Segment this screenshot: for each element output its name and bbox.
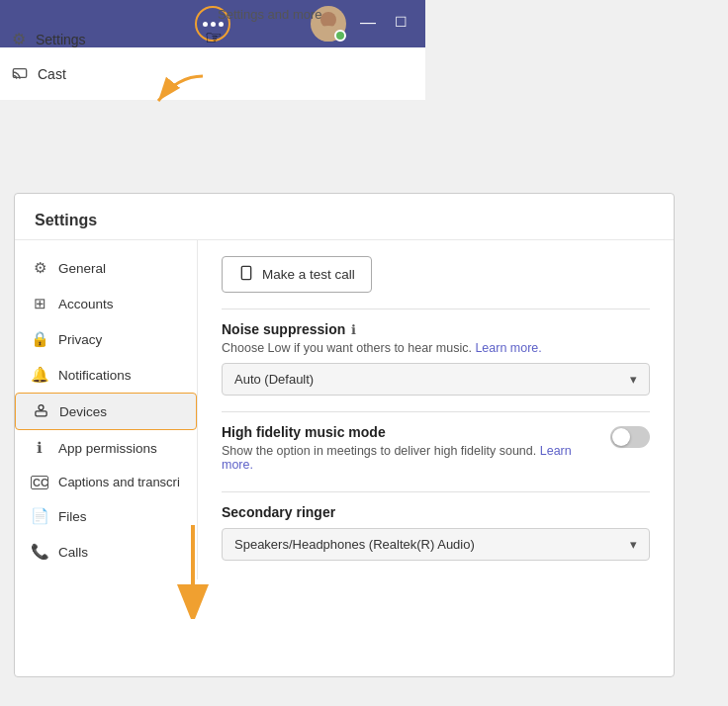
sidebar-item-devices[interactable]: Devices <box>15 393 197 430</box>
cast-icon <box>12 64 28 84</box>
noise-suppression-value: Auto (Default) <box>234 372 314 387</box>
svg-point-4 <box>39 405 44 410</box>
sidebar-item-captions[interactable]: CC Captions and transcri… <box>15 466 197 498</box>
settings-panel-title: Settings <box>15 194 674 240</box>
noise-suppression-desc: Choose Low if you want others to hear mu… <box>222 341 650 355</box>
app-permissions-icon: ℹ <box>31 439 48 457</box>
svg-rect-5 <box>35 411 46 416</box>
secondary-ringer-value: Speakers/Headphones (Realtek(R) Audio) <box>234 537 475 552</box>
calls-icon: 📞 <box>31 543 48 561</box>
toggle-knob <box>612 428 630 446</box>
accounts-icon: ⊞ <box>31 295 48 312</box>
phone-test-icon <box>238 265 254 284</box>
sidebar-notifications-label: Notifications <box>58 368 132 383</box>
sidebar-item-general[interactable]: ⚙ General <box>15 250 197 286</box>
sidebar-files-label: Files <box>58 509 87 524</box>
captions-icon: CC <box>31 476 48 489</box>
sidebar-item-app-permissions[interactable]: ℹ App permissions <box>15 430 197 466</box>
files-icon: 📄 <box>31 507 48 525</box>
settings-panel: Settings ⚙ General ⊞ Accounts 🔒 Privacy … <box>14 193 675 677</box>
secondary-ringer-section: Secondary ringer Speakers/Headphones (Re… <box>222 504 650 561</box>
sidebar-app-permissions-label: App permissions <box>58 441 157 456</box>
content-area: Make a test call Noise suppression ℹ Cho… <box>198 240 674 579</box>
devices-icon <box>32 402 49 420</box>
sidebar-item-privacy[interactable]: 🔒 Privacy <box>15 321 197 357</box>
high-fidelity-section: High fidelity music mode Show the option… <box>222 424 650 480</box>
secondary-ringer-title: Secondary ringer <box>222 504 650 520</box>
general-icon: ⚙ <box>31 259 48 277</box>
svg-rect-6 <box>241 266 250 279</box>
settings-menu-label: Settings <box>36 32 86 47</box>
divider-1 <box>222 309 650 309</box>
notifications-icon: 🔔 <box>31 366 48 384</box>
high-fidelity-desc: Show the option in meetings to deliver h… <box>222 444 594 472</box>
divider-3 <box>222 491 650 492</box>
high-fidelity-toggle[interactable] <box>610 426 650 448</box>
secondary-ringer-chevron-icon: ▾ <box>630 537 637 552</box>
cast-menu-label: Cast <box>38 66 66 82</box>
settings-and-more-title: Settings and more <box>218 7 425 22</box>
privacy-icon: 🔒 <box>31 330 48 348</box>
sidebar-item-notifications[interactable]: 🔔 Notifications <box>15 357 197 393</box>
arrow-annotation <box>148 71 208 115</box>
sidebar-privacy-label: Privacy <box>58 332 102 347</box>
noise-suppression-select[interactable]: Auto (Default) ▾ <box>222 363 650 396</box>
sidebar-item-accounts[interactable]: ⊞ Accounts <box>15 286 197 321</box>
sidebar-calls-label: Calls <box>58 545 88 560</box>
sidebar-captions-label: Captions and transcri… <box>58 475 181 489</box>
sidebar-general-label: General <box>58 261 106 276</box>
noise-info-icon[interactable]: ℹ <box>351 322 356 337</box>
test-call-label: Make a test call <box>262 267 355 282</box>
noise-suppression-section: Noise suppression ℹ <box>222 321 650 337</box>
settings-icon: ⚙ <box>12 30 26 48</box>
noise-learn-more-link[interactable]: Learn more. <box>475 341 541 355</box>
sidebar-accounts-label: Accounts <box>58 297 114 311</box>
sidebar-item-cast[interactable]: Cast <box>0 56 425 92</box>
secondary-ringer-select[interactable]: Speakers/Headphones (Realtek(R) Audio) ▾ <box>222 528 650 561</box>
secondary-ringer-arrow <box>168 520 218 628</box>
noise-suppression-title: Noise suppression <box>222 321 345 337</box>
noise-chevron-icon: ▾ <box>630 372 637 387</box>
test-call-button[interactable]: Make a test call <box>222 256 372 293</box>
sidebar-item-settings[interactable]: ⚙ Settings <box>0 22 425 56</box>
high-fidelity-title: High fidelity music mode <box>222 424 386 440</box>
divider-2 <box>222 411 650 412</box>
sidebar-devices-label: Devices <box>59 404 107 419</box>
